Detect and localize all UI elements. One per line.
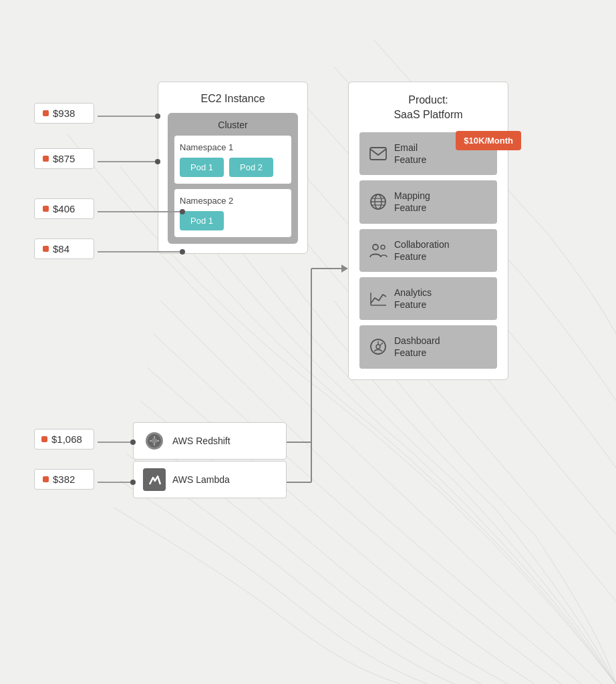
cost-box-875: $875 bbox=[34, 148, 94, 169]
feature-mapping-label: MappingFeature bbox=[394, 190, 430, 214]
feature-collaboration-label: CollaborationFeature bbox=[394, 238, 450, 263]
lambda-box: AWS Lambda bbox=[133, 461, 287, 498]
svg-marker-9 bbox=[341, 265, 348, 273]
feature-email-label: EmailFeature bbox=[394, 142, 426, 166]
redshift-box: AWS Redshift bbox=[133, 422, 287, 460]
product-wrapper: Product:SaaS Platform $10K/Month EmailFe… bbox=[348, 81, 508, 380]
price-badge: $10K/Month bbox=[456, 131, 521, 150]
pod1-box: Pod 1 bbox=[180, 158, 224, 177]
globe-icon bbox=[369, 192, 388, 211]
cost-box-938: $938 bbox=[34, 103, 94, 124]
people-icon bbox=[369, 241, 388, 260]
namespace2-title: Namespace 2 bbox=[180, 196, 286, 206]
cluster-box: Cluster Namespace 1 Pod 1 Pod 2 Namespac… bbox=[168, 113, 298, 244]
feature-analytics-label: AnalyticsFeature bbox=[394, 287, 432, 311]
svg-line-37 bbox=[380, 343, 383, 345]
cluster-title: Cluster bbox=[174, 120, 291, 130]
chart-icon bbox=[369, 289, 388, 308]
email-icon bbox=[369, 144, 388, 163]
lambda-label: AWS Lambda bbox=[172, 474, 230, 485]
feature-dashboard: DashboardFeature bbox=[359, 325, 497, 368]
feature-collaboration: CollaborationFeature bbox=[359, 229, 497, 272]
namespace2-box: Namespace 2 Pod 1 bbox=[174, 189, 291, 237]
namespace1-box: Namespace 1 Pod 1 Pod 2 bbox=[174, 136, 291, 184]
namespace1-title: Namespace 1 bbox=[180, 142, 286, 152]
ec2-title: EC2 Instance bbox=[168, 93, 298, 105]
feature-dashboard-label: DashboardFeature bbox=[394, 335, 440, 359]
pod2-box: Pod 2 bbox=[229, 158, 273, 177]
svg-point-35 bbox=[376, 345, 380, 349]
pod1-ns2-box: Pod 1 bbox=[180, 211, 224, 230]
cost-box-84: $84 bbox=[34, 238, 94, 259]
feature-analytics: AnalyticsFeature bbox=[359, 277, 497, 320]
ec2-instance-box: EC2 Instance Cluster Namespace 1 Pod 1 P… bbox=[158, 81, 308, 254]
svg-rect-24 bbox=[370, 148, 386, 160]
feature-mapping: MappingFeature bbox=[359, 180, 497, 223]
cost-box-1068: $1,068 bbox=[34, 429, 94, 450]
cost-box-406: $406 bbox=[34, 198, 94, 219]
redshift-icon bbox=[143, 430, 166, 452]
svg-point-30 bbox=[373, 244, 378, 250]
lambda-icon bbox=[143, 468, 166, 491]
svg-point-23 bbox=[152, 438, 157, 444]
dashboard-icon bbox=[369, 337, 388, 356]
redshift-label: AWS Redshift bbox=[172, 436, 230, 446]
svg-point-31 bbox=[381, 245, 385, 249]
product-title: Product:SaaS Platform bbox=[359, 93, 497, 123]
cost-box-382: $382 bbox=[34, 469, 94, 490]
